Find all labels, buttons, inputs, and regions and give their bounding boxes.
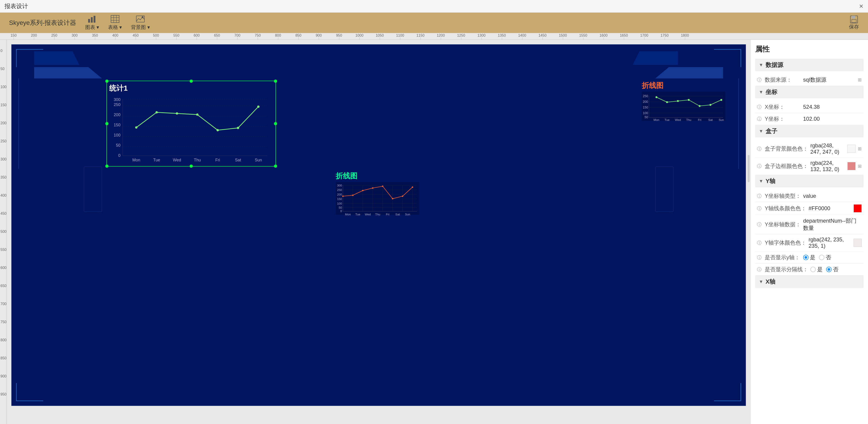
corner-tr: [714, 49, 741, 67]
svg-text:50: 50: [645, 115, 648, 119]
section-yaxis[interactable]: ▼ Y轴: [755, 175, 864, 187]
section-yaxis-arrow: ▼: [759, 179, 763, 184]
box-border-expand[interactable]: ⊞: [858, 163, 862, 169]
splitline-no-circle[interactable]: [826, 267, 832, 272]
corner-bl: [16, 383, 43, 401]
handle-tr[interactable]: [274, 80, 277, 83]
prop-ds-label: 数据来源：: [765, 76, 801, 83]
svg-point-41: [257, 105, 259, 108]
section-coordinate[interactable]: ▼ 坐标: [755, 86, 864, 98]
prop-yaxis-font-value: rgba(242, 235, 235, 1): [809, 236, 851, 249]
svg-rect-3: [111, 16, 119, 23]
handle-ml[interactable]: [105, 122, 108, 125]
show-yaxis-radio-group: 是 否: [803, 254, 831, 261]
yaxis-font-color-swatch[interactable]: [854, 239, 862, 247]
section-coord-title: 坐标: [766, 88, 777, 96]
prop-yaxis-type-label: Y坐标轴类型：: [765, 192, 801, 200]
svg-text:100: 100: [643, 111, 648, 115]
bottom-chart-container[interactable]: 折线图 300 250 200 150 100 50 0: [336, 171, 422, 216]
prop-x-coord: ⓘ X坐标： 524.38: [755, 101, 864, 113]
svg-text:200: 200: [643, 100, 648, 103]
handle-br[interactable]: [274, 164, 277, 168]
svg-point-93: [352, 194, 353, 196]
box-border-color-swatch[interactable]: [847, 162, 856, 170]
prop-x-info-icon: ⓘ: [757, 104, 762, 110]
ruler: 1502002503003504004505005506006507007508…: [0, 33, 868, 40]
scrollbar[interactable]: [748, 155, 749, 182]
save-button[interactable]: 保存: [849, 16, 859, 30]
top-deco-right: [633, 51, 678, 65]
prop-ds-info-icon: ⓘ: [757, 77, 762, 83]
prop-ds-expand-icon[interactable]: ⊞: [858, 77, 862, 83]
radio-no-circle[interactable]: [819, 255, 825, 260]
splitline-yes[interactable]: 是: [810, 266, 823, 273]
radio-yes-circle[interactable]: [803, 255, 809, 260]
section-xaxis[interactable]: ▼ X轴: [755, 275, 864, 288]
small-chart-container[interactable]: 折线图 250 200 150 100 50: [642, 81, 727, 121]
handle-bc[interactable]: [190, 164, 193, 168]
main-chart-container[interactable]: 统计1 0 50 100 150 200 250 300: [106, 81, 276, 166]
toolbar-chart[interactable]: 图表 ▾: [85, 15, 99, 31]
svg-rect-1: [91, 17, 93, 23]
section-box-arrow: ▼: [759, 129, 763, 134]
svg-text:Sun: Sun: [719, 118, 724, 122]
right-panel: 属性 ▼ 数据源 ⓘ 数据来源： sql数据源 ⊞ ▼ 坐标 ⓘ X坐标： 52…: [750, 40, 868, 424]
section-datasource[interactable]: ▼ 数据源: [755, 59, 864, 71]
handle-tc[interactable]: [190, 80, 193, 83]
svg-text:Tue: Tue: [355, 213, 360, 216]
section-box-title: 盒子: [766, 127, 777, 135]
prop-yaxis-type-value: value: [803, 193, 862, 199]
splitline-no-label: 否: [833, 266, 838, 273]
main-layout: 0501001502002503003504004505005506006507…: [0, 40, 868, 424]
prop-box-border-info: ⓘ: [757, 163, 762, 169]
svg-text:300: 300: [337, 184, 342, 187]
show-yaxis-yes[interactable]: 是: [803, 254, 815, 261]
box-bg-color-swatch[interactable]: [847, 145, 856, 153]
svg-point-99: [412, 186, 413, 188]
save-label: 保存: [849, 24, 859, 30]
design-canvas[interactable]: 统计1 0 50 100 150 200 250 300: [7, 40, 750, 424]
handle-tl[interactable]: [105, 80, 108, 83]
section-box[interactable]: ▼ 盒子: [755, 125, 864, 138]
svg-text:300: 300: [114, 97, 121, 102]
svg-point-36: [156, 111, 158, 114]
svg-text:0: 0: [340, 209, 342, 213]
prop-yaxis-font-label: Y轴字体颜色色：: [765, 239, 806, 246]
svg-point-56: [666, 101, 668, 103]
app-title: 报表设计: [4, 2, 28, 10]
svg-text:Wed: Wed: [365, 213, 371, 216]
toolbar-background[interactable]: 背景图 ▾: [131, 15, 150, 31]
deco-box-left: [84, 166, 102, 212]
prop-box-border: ⓘ 盒子边框颜色色： rgba(224, 132, 132, 0) ⊞: [755, 157, 864, 175]
handle-mr[interactable]: [274, 122, 277, 125]
show-yaxis-no[interactable]: 否: [819, 254, 831, 261]
svg-text:100: 100: [114, 133, 121, 138]
svg-point-94: [362, 190, 364, 191]
prop-yaxis-type: ⓘ Y坐标轴类型： value: [755, 190, 864, 202]
box-bg-expand[interactable]: ⊞: [858, 146, 862, 151]
toolbar-table[interactable]: 表格 ▾: [108, 15, 122, 31]
svg-point-57: [677, 100, 679, 102]
splitline-yes-circle[interactable]: [810, 267, 816, 272]
yaxis-color-swatch[interactable]: [854, 204, 862, 212]
vertical-ruler: 0501001502002503003504004505005506006507…: [0, 40, 7, 424]
close-button[interactable]: ✕: [859, 3, 864, 9]
table-icon: [111, 15, 120, 23]
svg-text:150: 150: [337, 197, 342, 201]
svg-text:200: 200: [114, 113, 121, 117]
splitline-no[interactable]: 否: [826, 266, 838, 273]
splitline-yes-label: 是: [817, 266, 823, 273]
main-chart-svg: 0 50 100 150 200 250 300: [109, 95, 272, 167]
deco-line-left: [18, 79, 19, 169]
prop-yaxis-font-color: ⓘ Y轴字体颜色色： rgba(242, 235, 235, 1): [755, 234, 864, 251]
bottom-chart-svg: 300 250 200 150 100 50 0: [336, 182, 419, 219]
deco-line-right: [738, 79, 739, 169]
prop-yaxis-color-label: Y轴线条颜色色：: [765, 205, 806, 212]
svg-text:Mon: Mon: [345, 213, 350, 216]
small-chart-svg: 250 200 150 100 50: [642, 92, 725, 125]
svg-point-9: [142, 16, 144, 18]
prop-box-bg-value: rgba(248, 247, 247, 0): [810, 142, 845, 155]
svg-point-38: [196, 114, 198, 116]
handle-bl[interactable]: [105, 164, 108, 168]
section-coord-arrow: ▼: [759, 90, 763, 95]
